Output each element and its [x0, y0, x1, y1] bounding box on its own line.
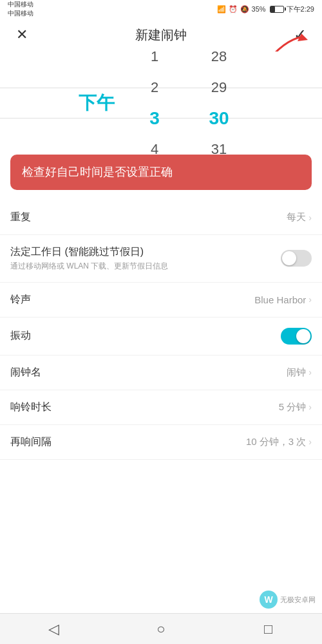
duration-value-text: 5 分钟 — [279, 401, 307, 413]
holiday-toggle[interactable] — [281, 250, 312, 267]
hour-below: 4 — [122, 134, 187, 155]
mute-icon: 🔕 — [240, 5, 249, 14]
alarmname-chevron: › — [308, 367, 312, 377]
minute-above: 29 — [187, 72, 251, 103]
repeat-label: 重复 — [10, 211, 287, 224]
confirm-button[interactable]: ✓ — [289, 23, 312, 46]
hour-above2: 1 — [122, 52, 187, 72]
signal-icon: 📶 — [217, 5, 226, 14]
duration-value: 5 分钟 › — [279, 401, 312, 413]
watermark: W 无极安卓网 — [260, 591, 316, 609]
warning-banner: 检查好自己时间是否设置正确 — [10, 155, 312, 190]
warning-text: 检查好自己时间是否设置正确 — [22, 166, 173, 178]
back-button[interactable]: ◁ — [34, 616, 73, 642]
duration-chevron: › — [308, 402, 312, 412]
ringtone-value: Blue Harbor › — [254, 294, 312, 305]
recents-button[interactable]: □ — [249, 616, 288, 642]
home-button[interactable]: ○ — [142, 616, 180, 642]
alarm-icon: ⏰ — [229, 5, 238, 14]
time-display: 下午2:29 — [287, 5, 314, 14]
settings-label-snooze: 再响间隔 — [10, 435, 246, 449]
settings-label-vibrate: 振动 — [10, 329, 281, 343]
repeat-chevron: › — [308, 213, 312, 223]
settings-item-alarmname[interactable]: 闹钟名 闹钟 › — [0, 355, 322, 390]
watermark-text: 无极安卓网 — [280, 595, 316, 605]
bottom-nav: ◁ ○ □ — [0, 613, 322, 644]
vibrate-toggle[interactable] — [281, 328, 312, 345]
vibrate-toggle-knob — [296, 329, 310, 343]
close-button[interactable]: ✕ — [10, 23, 33, 46]
holiday-sublabel: 通过移动网络或 WLAN 下载、更新节假日信息 — [10, 261, 281, 272]
minute-above2: 28 — [187, 52, 251, 72]
carrier2-label: 中国移动 — [8, 9, 33, 18]
ringtone-value-text: Blue Harbor — [254, 294, 306, 305]
vibrate-label: 振动 — [10, 329, 281, 343]
page-title: 新建闹钟 — [135, 26, 187, 44]
settings-label-alarmname: 闹钟名 — [10, 366, 287, 379]
hour-selected[interactable]: 3 — [122, 103, 187, 134]
settings-item-holiday[interactable]: 法定工作日 (智能跳过节假日) 通过移动网络或 WLAN 下载、更新节假日信息 — [0, 235, 322, 283]
ampm-column[interactable]: 下午 — [71, 57, 122, 149]
carrier1-label: 中国移动 — [8, 0, 33, 9]
snooze-value: 10 分钟，3 次 › — [246, 436, 312, 448]
ampm-selected[interactable]: 下午 — [71, 88, 122, 118]
ringtone-chevron: › — [308, 294, 312, 305]
minute-below: 31 — [187, 134, 251, 155]
settings-item-vibrate[interactable]: 振动 — [0, 317, 322, 355]
header: ✕ 新建闹钟 ✓ — [0, 18, 322, 52]
minute-selected[interactable]: 30 — [187, 103, 251, 134]
repeat-value: 每天 › — [287, 211, 312, 223]
alarmname-label: 闹钟名 — [10, 366, 287, 379]
settings-label-holiday: 法定工作日 (智能跳过节假日) 通过移动网络或 WLAN 下载、更新节假日信息 — [10, 245, 281, 272]
settings-item-repeat[interactable]: 重复 每天 › — [0, 200, 322, 235]
settings-list: 重复 每天 › 法定工作日 (智能跳过节假日) 通过移动网络或 WLAN 下载、… — [0, 200, 322, 460]
alarmname-value: 闹钟 › — [287, 366, 312, 379]
alarmname-value-text: 闹钟 — [287, 366, 306, 379]
battery-percent: 35% — [252, 5, 266, 13]
time-picker[interactable]: 下午 1 2 3 4 28 29 30 31 — [0, 52, 322, 155]
holiday-label: 法定工作日 (智能跳过节假日) — [10, 245, 281, 259]
ampm-below — [71, 118, 122, 149]
snooze-chevron: › — [308, 437, 312, 447]
settings-label-repeat: 重复 — [10, 211, 287, 224]
watermark-logo: W — [260, 591, 278, 609]
battery-icon — [270, 6, 284, 13]
settings-item-duration[interactable]: 响铃时长 5 分钟 › — [0, 390, 322, 425]
holiday-toggle-knob — [282, 251, 296, 265]
snooze-value-text: 10 分钟，3 次 — [246, 436, 306, 448]
hour-column[interactable]: 1 2 3 4 — [122, 52, 187, 155]
repeat-value-text: 每天 — [287, 211, 306, 223]
hour-above: 2 — [122, 72, 187, 103]
status-icons: 📶 ⏰ 🔕 35% 下午2:29 — [217, 5, 314, 14]
duration-label: 响铃时长 — [10, 401, 279, 414]
settings-label-duration: 响铃时长 — [10, 401, 279, 414]
ampm-above — [71, 57, 122, 88]
snooze-label: 再响间隔 — [10, 435, 246, 449]
settings-label-ringtone: 铃声 — [10, 293, 254, 307]
settings-item-snooze[interactable]: 再响间隔 10 分钟，3 次 › — [0, 425, 322, 460]
settings-item-ringtone[interactable]: 铃声 Blue Harbor › — [0, 283, 322, 317]
carrier-info: 中国移动 中国移动 — [8, 0, 33, 18]
ringtone-label: 铃声 — [10, 293, 254, 307]
minute-column[interactable]: 28 29 30 31 — [187, 52, 251, 155]
status-bar: 中国移动 中国移动 📶 ⏰ 🔕 35% 下午2:29 — [0, 0, 322, 18]
